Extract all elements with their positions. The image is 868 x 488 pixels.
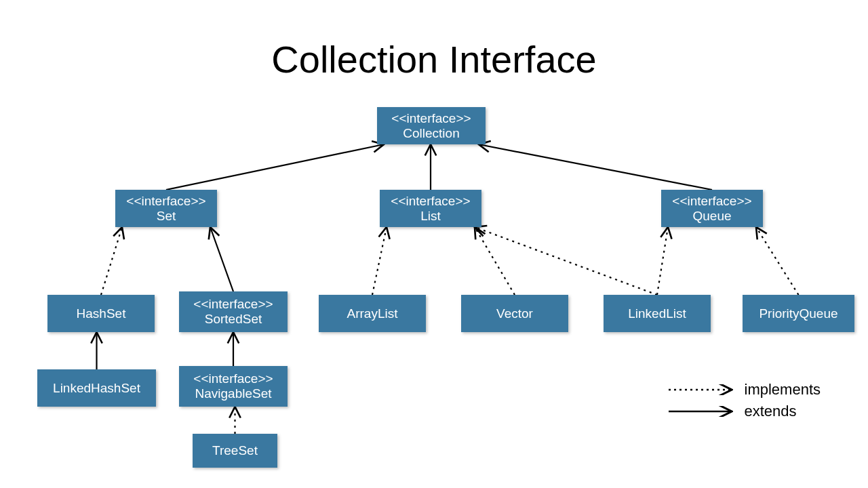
node-label: Vector xyxy=(496,306,533,321)
edge-arraylist-to-list xyxy=(372,227,387,295)
node-arraylist: ArrayList xyxy=(319,295,426,332)
edge-queue-to-collection xyxy=(479,144,712,190)
node-navigableset: <<interface>>NavigableSet xyxy=(179,366,288,407)
edge-set-to-collection xyxy=(166,144,384,190)
node-label: NavigableSet xyxy=(195,386,271,401)
edge-priorityqueue-to-queue xyxy=(756,227,799,295)
node-stereotype: <<interface>> xyxy=(193,297,273,312)
legend: implements extends xyxy=(667,377,821,420)
node-label: TreeSet xyxy=(212,443,258,458)
node-label: SortedSet xyxy=(205,312,262,327)
edge-hashset-to-set xyxy=(101,227,122,295)
node-set: <<interface>>Set xyxy=(115,190,217,227)
node-label: Queue xyxy=(692,209,731,224)
node-label: Set xyxy=(157,209,176,224)
node-stereotype: <<interface>> xyxy=(672,194,751,209)
node-stereotype: <<interface>> xyxy=(193,371,273,386)
node-list: <<interface>>List xyxy=(380,190,481,227)
node-label: LinkedHashSet xyxy=(53,381,140,396)
node-hashset: HashSet xyxy=(47,295,155,332)
legend-row-extends: extends xyxy=(667,403,821,420)
node-collection: <<interface>>Collection xyxy=(377,107,486,144)
node-label: LinkedList xyxy=(628,306,686,321)
edge-linkedlist-to-list xyxy=(475,227,657,295)
node-stereotype: <<interface>> xyxy=(391,111,471,126)
edge-sortedset-to-set xyxy=(210,227,233,291)
node-stereotype: <<interface>> xyxy=(126,194,205,209)
node-label: PriorityQueue xyxy=(759,306,837,321)
node-linkedlist: LinkedList xyxy=(604,295,711,332)
node-label: List xyxy=(420,209,441,224)
edge-linkedlist-to-queue xyxy=(657,227,668,295)
node-queue: <<interface>>Queue xyxy=(661,190,763,227)
node-label: Collection xyxy=(403,126,459,141)
node-stereotype: <<interface>> xyxy=(391,194,470,209)
node-label: ArrayList xyxy=(347,306,398,321)
legend-row-implements: implements xyxy=(667,381,821,399)
edge-vector-to-list xyxy=(475,227,515,295)
node-priorityqueue: PriorityQueue xyxy=(743,295,854,332)
node-sortedset: <<interface>>SortedSet xyxy=(179,291,288,332)
node-vector: Vector xyxy=(461,295,568,332)
node-label: HashSet xyxy=(77,306,126,321)
legend-extends-label: extends xyxy=(745,403,797,420)
diagram-title: Collection Interface xyxy=(0,37,868,81)
legend-implements-label: implements xyxy=(745,381,821,399)
node-treeset: TreeSet xyxy=(193,434,277,468)
node-linkedhashset: LinkedHashSet xyxy=(37,369,156,407)
